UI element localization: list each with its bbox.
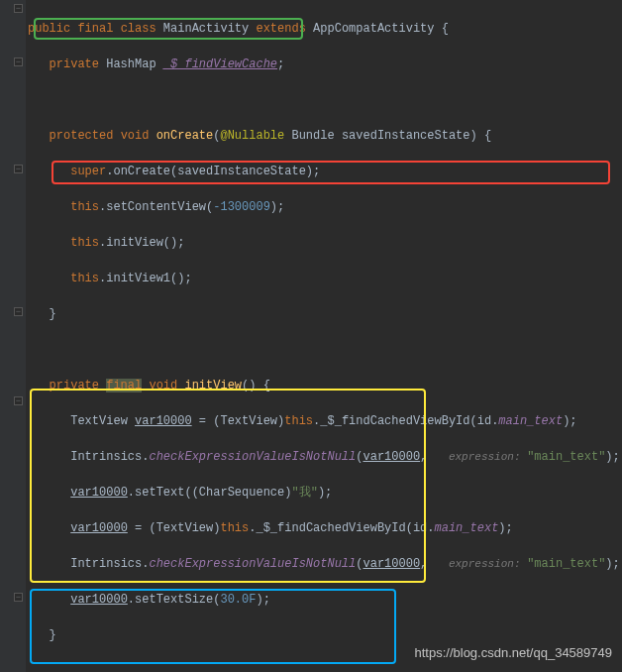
watermark-text: https://blog.csdn.net/qq_34589749 xyxy=(415,643,613,663)
fold-icon[interactable]: − xyxy=(14,307,23,316)
fold-icon[interactable]: − xyxy=(14,593,23,602)
code-line: } xyxy=(28,626,622,644)
fold-icon[interactable]: − xyxy=(14,57,23,66)
code-line: protected void onCreate(@Nullable Bundle… xyxy=(28,127,622,145)
code-line: public final class MainActivity extends … xyxy=(28,20,622,38)
code-line: this.initView1(); xyxy=(28,270,622,287)
code-editor[interactable]: public final class MainActivity extends … xyxy=(28,2,622,672)
gutter: − − − − − − xyxy=(0,0,26,672)
code-line: private HashMap _$_findViewCache; xyxy=(28,56,622,73)
code-line: Intrinsics.checkExpressionValueIsNotNull… xyxy=(28,555,622,573)
code-line: } xyxy=(28,305,622,323)
code-line: var10000.setText((CharSequence)"我"); xyxy=(28,484,622,502)
fold-icon[interactable]: − xyxy=(14,4,23,13)
code-line: this.setContentView(-1300009); xyxy=(28,198,622,216)
code-line: var10000.setTextSize(30.0F); xyxy=(28,591,622,609)
fold-icon[interactable]: − xyxy=(14,396,23,405)
code-line: TextView var10000 = (TextView)this._$_fi… xyxy=(28,412,622,430)
code-line: super.onCreate(savedInstanceState); xyxy=(28,163,622,180)
code-line: private final void initView() { xyxy=(28,377,622,394)
code-line: var10000 = (TextView)this._$_findCachedV… xyxy=(28,519,622,537)
fold-icon[interactable]: − xyxy=(14,165,23,173)
code-line: Intrinsics.checkExpressionValueIsNotNull… xyxy=(28,448,622,466)
code-line: this.initView(); xyxy=(28,234,622,252)
